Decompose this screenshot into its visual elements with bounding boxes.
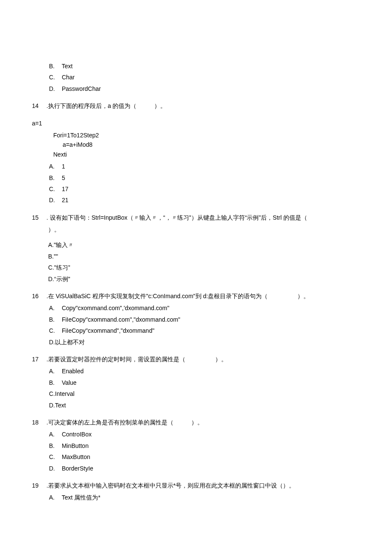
- option-a: A. 1: [49, 162, 360, 171]
- option-letter: C.: [49, 326, 60, 335]
- code-line: Fori=1To12Step2: [53, 131, 360, 140]
- option-text: Value: [62, 379, 77, 386]
- question-stem: .若要设置定时器控件的定时时间，需设置的属性是（ ）。: [46, 356, 227, 363]
- option-c: C. 17: [49, 184, 360, 194]
- option-text: 17: [62, 186, 69, 192]
- option-c: C."练习”: [48, 263, 360, 272]
- option-text: MinButton: [62, 442, 89, 449]
- question-number: 15: [32, 213, 45, 222]
- option-d: D.以上都不对: [49, 337, 360, 347]
- question-14: 14 .执行下面的程序段后，a 的值为（ ）。: [32, 101, 360, 110]
- option-letter: A.: [49, 303, 60, 313]
- option-letter: B.: [49, 315, 60, 324]
- option-letter: C.: [49, 452, 60, 462]
- option-a: A. Copy"cxommand.com",'dxommand.com": [49, 303, 360, 313]
- question-number: 17: [32, 355, 45, 364]
- option-letter: B.: [49, 378, 60, 387]
- option-a: A. Enabled: [49, 366, 360, 376]
- question-15: 15 . 设有如下语句：Strl=InputBox（〃输入〃，“，〃练习"）从键…: [32, 213, 360, 222]
- question-number: 14: [32, 101, 45, 110]
- question-13-options-partial: B. Text C. Char D. PasswordChar: [49, 61, 360, 93]
- option-text: Char: [62, 74, 75, 81]
- question-14-options: A. 1 B. 5 C. 17 D. 21: [49, 162, 360, 205]
- option-d: D. 21: [49, 195, 360, 205]
- option-b: B. 5: [49, 173, 360, 183]
- option-c: C.Interval: [49, 389, 360, 398]
- question-17: 17 .若要设置定时器控件的定时时间，需设置的属性是（ ）。: [32, 355, 360, 364]
- option-c: C. Char: [49, 73, 360, 82]
- code-block: Fori=1To12Step2 a=a+iMod8 Nexti: [53, 131, 360, 159]
- question-stem-cont: ）。: [48, 225, 360, 234]
- option-a: A. Text 属性值为*: [49, 493, 360, 502]
- question-19: 19 .若要求从文本框中输入密码时在文本框中只显示*号，则应用在此文本框的属性窗…: [32, 481, 360, 490]
- option-d: D. PasswordChar: [49, 84, 360, 93]
- option-letter: D.: [49, 195, 60, 205]
- option-d: D.Text: [49, 401, 360, 410]
- code-line: Nexti: [53, 150, 360, 159]
- option-b: B."": [48, 252, 360, 261]
- option-text: Enabled: [62, 368, 84, 375]
- question-stem: .在 ViSUalBaSiC 程序中实现复制文件"c:ConImand.com"…: [46, 293, 309, 299]
- question-18-options: A. ControIBox B. MinButton C. MaxButton …: [49, 430, 360, 473]
- option-text: 1: [62, 163, 65, 170]
- code-line: a=a+iMod8: [63, 140, 360, 149]
- option-b: B. MinButton: [49, 441, 360, 450]
- option-a: A."输入〃: [48, 240, 360, 250]
- option-letter: B.: [49, 61, 60, 71]
- option-text: 21: [62, 197, 69, 203]
- question-number: 18: [32, 418, 45, 427]
- option-text: Copy"cxommand.com",'dxommand.com": [62, 305, 170, 311]
- question-16-options: A. Copy"cxommand.com",'dxommand.com" B. …: [49, 303, 360, 347]
- option-d: D. BorderStyIe: [49, 464, 360, 473]
- question-17-options: A. Enabled B. Value C.Interval D.Text: [49, 366, 360, 410]
- option-text: 5: [62, 174, 65, 181]
- question-stem: . 设有如下语句：Strl=InputBox（〃输入〃，“，〃练习"）从键盘上输…: [46, 214, 307, 221]
- question-number: 16: [32, 291, 45, 301]
- question-number: 19: [32, 481, 45, 490]
- option-text: ControIBox: [62, 431, 92, 438]
- question-stem: .可决定窗体的左上角是否有控制菜单的属性是（ ）。: [46, 419, 203, 426]
- question-stem: .若要求从文本框中输入密码时在文本框中只显示*号，则应用在此文本框的属性窗口中设…: [46, 482, 295, 489]
- option-letter: D.: [49, 464, 60, 473]
- question-stem: .执行下面的程序段后，a 的值为（ ）。: [46, 102, 167, 109]
- option-text: FiIeCopy"cxommand","dxommand": [62, 327, 155, 334]
- option-letter: A.: [49, 493, 60, 502]
- question-16: 16 .在 ViSUalBaSiC 程序中实现复制文件"c:ConImand.c…: [32, 291, 360, 301]
- option-text: Text 属性值为*: [62, 494, 101, 501]
- question-15-options: A."输入〃 B."" C."练习” D.“示例": [48, 240, 360, 284]
- option-letter: C.: [49, 184, 60, 194]
- option-letter: B.: [49, 173, 60, 183]
- question-18: 18 .可决定窗体的左上角是否有控制菜单的属性是（ ）。: [32, 418, 360, 427]
- option-text: FiIeCopy"cxommand.com","dxommand.com": [62, 316, 180, 323]
- option-letter: C.: [49, 73, 60, 82]
- option-c: C. FiIeCopy"cxommand","dxommand": [49, 326, 360, 335]
- option-c: C. MaxButton: [49, 452, 360, 462]
- option-letter: A.: [49, 430, 60, 439]
- option-letter: D.: [49, 84, 60, 93]
- option-letter: B.: [49, 441, 60, 450]
- option-b: B. FiIeCopy"cxommand.com","dxommand.com": [49, 315, 360, 324]
- option-b: B. Text: [49, 61, 360, 71]
- option-d: D.“示例": [48, 274, 360, 284]
- option-a: A. ControIBox: [49, 430, 360, 439]
- option-letter: A.: [49, 162, 60, 171]
- code-line: a=1: [32, 119, 360, 128]
- option-text: MaxButton: [62, 453, 90, 460]
- document-page: B. Text C. Char D. PasswordChar 14 .执行下面…: [0, 0, 392, 538]
- option-letter: A.: [49, 366, 60, 376]
- option-text: BorderStyIe: [62, 465, 93, 472]
- option-text: Text: [62, 63, 73, 70]
- question-19-options: A. Text 属性值为*: [49, 493, 360, 502]
- option-text: PasswordChar: [62, 85, 101, 92]
- option-b: B. Value: [49, 378, 360, 387]
